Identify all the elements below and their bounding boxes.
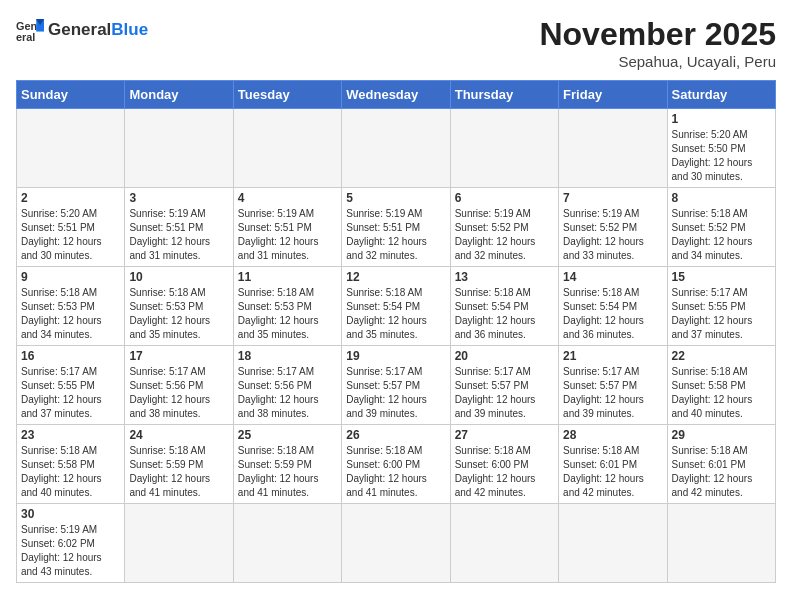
day-number: 24 [129, 428, 228, 442]
day-info: Sunrise: 5:18 AM Sunset: 5:59 PM Dayligh… [129, 444, 228, 500]
calendar-cell: 21Sunrise: 5:17 AM Sunset: 5:57 PM Dayli… [559, 346, 667, 425]
weekday-header-row: SundayMondayTuesdayWednesdayThursdayFrid… [17, 81, 776, 109]
calendar-cell: 9Sunrise: 5:18 AM Sunset: 5:53 PM Daylig… [17, 267, 125, 346]
day-number: 6 [455, 191, 554, 205]
day-number: 29 [672, 428, 771, 442]
week-row-3: 9Sunrise: 5:18 AM Sunset: 5:53 PM Daylig… [17, 267, 776, 346]
calendar-cell: 12Sunrise: 5:18 AM Sunset: 5:54 PM Dayli… [342, 267, 450, 346]
calendar-cell: 23Sunrise: 5:18 AM Sunset: 5:58 PM Dayli… [17, 425, 125, 504]
day-number: 25 [238, 428, 337, 442]
calendar-cell: 6Sunrise: 5:19 AM Sunset: 5:52 PM Daylig… [450, 188, 558, 267]
day-info: Sunrise: 5:18 AM Sunset: 5:52 PM Dayligh… [672, 207, 771, 263]
calendar-cell: 4Sunrise: 5:19 AM Sunset: 5:51 PM Daylig… [233, 188, 341, 267]
calendar: SundayMondayTuesdayWednesdayThursdayFrid… [16, 80, 776, 583]
calendar-cell [17, 109, 125, 188]
weekday-header-wednesday: Wednesday [342, 81, 450, 109]
day-number: 28 [563, 428, 662, 442]
day-number: 7 [563, 191, 662, 205]
calendar-cell: 2Sunrise: 5:20 AM Sunset: 5:51 PM Daylig… [17, 188, 125, 267]
calendar-cell: 18Sunrise: 5:17 AM Sunset: 5:56 PM Dayli… [233, 346, 341, 425]
day-info: Sunrise: 5:17 AM Sunset: 5:57 PM Dayligh… [563, 365, 662, 421]
day-info: Sunrise: 5:18 AM Sunset: 6:00 PM Dayligh… [455, 444, 554, 500]
calendar-cell: 15Sunrise: 5:17 AM Sunset: 5:55 PM Dayli… [667, 267, 775, 346]
day-info: Sunrise: 5:18 AM Sunset: 5:53 PM Dayligh… [129, 286, 228, 342]
weekday-header-tuesday: Tuesday [233, 81, 341, 109]
calendar-cell: 10Sunrise: 5:18 AM Sunset: 5:53 PM Dayli… [125, 267, 233, 346]
day-number: 17 [129, 349, 228, 363]
day-info: Sunrise: 5:17 AM Sunset: 5:55 PM Dayligh… [21, 365, 120, 421]
calendar-cell: 26Sunrise: 5:18 AM Sunset: 6:00 PM Dayli… [342, 425, 450, 504]
calendar-cell: 22Sunrise: 5:18 AM Sunset: 5:58 PM Dayli… [667, 346, 775, 425]
calendar-cell: 17Sunrise: 5:17 AM Sunset: 5:56 PM Dayli… [125, 346, 233, 425]
day-number: 12 [346, 270, 445, 284]
calendar-cell: 3Sunrise: 5:19 AM Sunset: 5:51 PM Daylig… [125, 188, 233, 267]
day-number: 26 [346, 428, 445, 442]
day-info: Sunrise: 5:18 AM Sunset: 6:00 PM Dayligh… [346, 444, 445, 500]
weekday-header-sunday: Sunday [17, 81, 125, 109]
day-info: Sunrise: 5:17 AM Sunset: 5:56 PM Dayligh… [129, 365, 228, 421]
day-info: Sunrise: 5:19 AM Sunset: 6:02 PM Dayligh… [21, 523, 120, 579]
calendar-cell: 25Sunrise: 5:18 AM Sunset: 5:59 PM Dayli… [233, 425, 341, 504]
day-number: 11 [238, 270, 337, 284]
logo-icon: Gen eral [16, 16, 44, 44]
day-info: Sunrise: 5:19 AM Sunset: 5:51 PM Dayligh… [346, 207, 445, 263]
day-number: 19 [346, 349, 445, 363]
day-info: Sunrise: 5:18 AM Sunset: 5:54 PM Dayligh… [346, 286, 445, 342]
page-header: Gen eral GeneralBlue November 2025 Sepah… [16, 16, 776, 70]
calendar-cell [559, 504, 667, 583]
calendar-cell [450, 504, 558, 583]
day-info: Sunrise: 5:20 AM Sunset: 5:51 PM Dayligh… [21, 207, 120, 263]
location: Sepahua, Ucayali, Peru [539, 53, 776, 70]
weekday-header-thursday: Thursday [450, 81, 558, 109]
weekday-header-friday: Friday [559, 81, 667, 109]
calendar-cell: 5Sunrise: 5:19 AM Sunset: 5:51 PM Daylig… [342, 188, 450, 267]
day-number: 23 [21, 428, 120, 442]
calendar-cell: 8Sunrise: 5:18 AM Sunset: 5:52 PM Daylig… [667, 188, 775, 267]
day-info: Sunrise: 5:19 AM Sunset: 5:51 PM Dayligh… [238, 207, 337, 263]
svg-text:eral: eral [16, 31, 35, 43]
day-info: Sunrise: 5:19 AM Sunset: 5:51 PM Dayligh… [129, 207, 228, 263]
calendar-cell [667, 504, 775, 583]
day-info: Sunrise: 5:18 AM Sunset: 5:58 PM Dayligh… [672, 365, 771, 421]
day-info: Sunrise: 5:19 AM Sunset: 5:52 PM Dayligh… [563, 207, 662, 263]
day-number: 9 [21, 270, 120, 284]
calendar-cell [559, 109, 667, 188]
day-number: 20 [455, 349, 554, 363]
weekday-header-monday: Monday [125, 81, 233, 109]
day-number: 1 [672, 112, 771, 126]
calendar-cell [342, 504, 450, 583]
calendar-cell: 27Sunrise: 5:18 AM Sunset: 6:00 PM Dayli… [450, 425, 558, 504]
day-info: Sunrise: 5:18 AM Sunset: 5:53 PM Dayligh… [238, 286, 337, 342]
calendar-cell: 29Sunrise: 5:18 AM Sunset: 6:01 PM Dayli… [667, 425, 775, 504]
week-row-5: 23Sunrise: 5:18 AM Sunset: 5:58 PM Dayli… [17, 425, 776, 504]
day-number: 30 [21, 507, 120, 521]
weekday-header-saturday: Saturday [667, 81, 775, 109]
calendar-cell: 7Sunrise: 5:19 AM Sunset: 5:52 PM Daylig… [559, 188, 667, 267]
day-info: Sunrise: 5:17 AM Sunset: 5:56 PM Dayligh… [238, 365, 337, 421]
calendar-cell [342, 109, 450, 188]
day-number: 21 [563, 349, 662, 363]
day-info: Sunrise: 5:17 AM Sunset: 5:57 PM Dayligh… [346, 365, 445, 421]
calendar-cell: 24Sunrise: 5:18 AM Sunset: 5:59 PM Dayli… [125, 425, 233, 504]
calendar-cell: 28Sunrise: 5:18 AM Sunset: 6:01 PM Dayli… [559, 425, 667, 504]
calendar-cell: 13Sunrise: 5:18 AM Sunset: 5:54 PM Dayli… [450, 267, 558, 346]
day-info: Sunrise: 5:17 AM Sunset: 5:57 PM Dayligh… [455, 365, 554, 421]
day-number: 14 [563, 270, 662, 284]
week-row-4: 16Sunrise: 5:17 AM Sunset: 5:55 PM Dayli… [17, 346, 776, 425]
day-number: 13 [455, 270, 554, 284]
day-info: Sunrise: 5:18 AM Sunset: 5:59 PM Dayligh… [238, 444, 337, 500]
day-number: 15 [672, 270, 771, 284]
calendar-cell [233, 504, 341, 583]
calendar-cell: 19Sunrise: 5:17 AM Sunset: 5:57 PM Dayli… [342, 346, 450, 425]
calendar-cell: 11Sunrise: 5:18 AM Sunset: 5:53 PM Dayli… [233, 267, 341, 346]
day-info: Sunrise: 5:20 AM Sunset: 5:50 PM Dayligh… [672, 128, 771, 184]
calendar-cell: 30Sunrise: 5:19 AM Sunset: 6:02 PM Dayli… [17, 504, 125, 583]
calendar-cell [450, 109, 558, 188]
calendar-cell [125, 109, 233, 188]
day-number: 3 [129, 191, 228, 205]
calendar-cell: 14Sunrise: 5:18 AM Sunset: 5:54 PM Dayli… [559, 267, 667, 346]
day-info: Sunrise: 5:18 AM Sunset: 5:58 PM Dayligh… [21, 444, 120, 500]
day-number: 22 [672, 349, 771, 363]
calendar-cell: 20Sunrise: 5:17 AM Sunset: 5:57 PM Dayli… [450, 346, 558, 425]
logo: Gen eral GeneralBlue [16, 16, 148, 44]
